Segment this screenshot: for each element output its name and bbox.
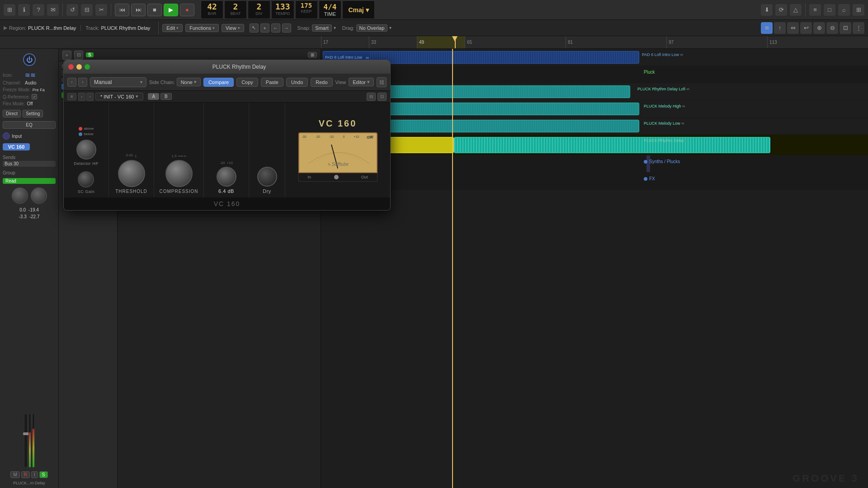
waveform-tool[interactable]: ≋ (761, 22, 773, 34)
mute-btn[interactable]: M (10, 471, 19, 478)
vc160-badge[interactable]: VC 160 (3, 143, 30, 150)
preset-settings-btn[interactable]: ⊡ (377, 93, 387, 101)
knob-2[interactable] (31, 188, 47, 204)
nav-next-button[interactable]: › (78, 78, 87, 87)
fastforward-button[interactable]: ⏭ (131, 4, 146, 16)
below-indicator (79, 132, 82, 136)
compression-label: COMPRESSION (159, 189, 198, 194)
undo-button[interactable]: Undo (286, 78, 308, 87)
solo-btn[interactable]: S (39, 471, 48, 478)
bus30-value[interactable]: Bus 30 (3, 161, 56, 167)
bounce-icon[interactable]: ⬇ (761, 4, 773, 16)
browser-icon[interactable]: ⊞ (853, 4, 864, 16)
mixer-icon[interactable]: ≡ (809, 4, 821, 16)
compression-knob[interactable] (165, 160, 193, 187)
paste-button[interactable]: Paste (261, 78, 283, 87)
settings-tool[interactable]: ⋮ (853, 22, 864, 34)
input-monitoring-btn[interactable]: I (31, 471, 38, 478)
out-label: Out (361, 175, 368, 179)
arrange-row: PLUCK Rhythm Delay ∞ PLUCK Rhythm Delay … (321, 135, 868, 155)
editor-icon[interactable]: □ (824, 4, 835, 16)
edit-menu-button[interactable]: Edit ▾ (162, 24, 183, 32)
fit-tool[interactable]: ⊡ (840, 22, 851, 34)
midi-icon[interactable]: ✉ (47, 4, 59, 16)
tuner-icon[interactable]: △ (790, 4, 802, 16)
copy-button[interactable]: Copy (236, 78, 258, 87)
loop-region-tool[interactable]: ↩ (800, 22, 812, 34)
drag-value[interactable]: No Overlap (356, 24, 388, 32)
view-dropdown[interactable]: Editor ▾ (349, 78, 374, 86)
detector-hp-knob[interactable] (76, 140, 96, 160)
record-button[interactable]: ● (180, 4, 194, 16)
ab-b-button[interactable]: B (160, 93, 172, 100)
preset-dropdown[interactable]: Manual ▾ (90, 77, 146, 87)
s-badge[interactable]: S (86, 52, 94, 57)
dry-knob[interactable] (257, 167, 277, 187)
stop-button[interactable]: ■ (147, 4, 162, 16)
functions-menu-button[interactable]: Functions ▾ (185, 24, 219, 32)
right-arrow-tool[interactable]: → (282, 23, 291, 33)
preset-name[interactable]: * INIT - VC 160 ▾ (95, 93, 143, 100)
fader-track[interactable] (24, 413, 28, 468)
read-button[interactable]: Read (3, 178, 56, 184)
window-minimize-button[interactable] (76, 64, 82, 70)
setting-button[interactable]: Setting (23, 110, 43, 117)
link-button[interactable]: ⛓ (377, 77, 387, 87)
add-tool[interactable]: + (260, 23, 269, 33)
knob-1[interactable] (12, 188, 28, 204)
out-badge[interactable]: ⊞ (308, 52, 317, 58)
redo-button[interactable]: Redo (311, 78, 332, 87)
direct-button[interactable]: Direct (3, 110, 21, 117)
threshold-knob[interactable] (118, 160, 145, 187)
loop-icon[interactable]: ↺ (66, 4, 78, 16)
transport-controls: ⏮ ⏭ ■ ▶ ● (115, 4, 194, 16)
active-clip-waveform[interactable] (454, 137, 770, 153)
overview-icon[interactable]: ⊞ (4, 4, 15, 16)
sc-gain-knob[interactable] (78, 171, 94, 188)
sc-gain-label: SC Gain (78, 189, 95, 194)
align-icon[interactable]: ⊟ (81, 4, 93, 16)
preset-next-btn[interactable]: › (86, 93, 94, 101)
zoom-in-tool[interactable]: ⊕ (813, 22, 825, 34)
eq-button[interactable]: EQ (3, 121, 56, 129)
ruler-marks-container: 17 33 49 65 81 97 113 (321, 36, 868, 48)
search-icon[interactable]: ⌕ (838, 4, 850, 16)
key-display[interactable]: Cmaj ▾ (342, 0, 374, 19)
add-track-button[interactable]: + (62, 51, 71, 60)
arrange-row: PLUCK Melody High ∞ PLUCK Melody High ∞ (321, 100, 868, 117)
left-arrow-tool[interactable]: ← (271, 23, 280, 33)
plugin-body: above below Detector HP SC Gain 0.03 1 T… (64, 103, 390, 197)
up-arrow-tool[interactable]: ↑ (774, 22, 786, 34)
power-button[interactable]: ⏻ (23, 53, 36, 66)
cut-icon[interactable]: ✂ (95, 4, 107, 16)
window-close-button[interactable] (68, 64, 74, 70)
zoom-out-tool[interactable]: ⊖ (826, 22, 838, 34)
ab-a-button[interactable]: A (148, 93, 159, 100)
preset-list-btn[interactable]: ≡ (67, 93, 76, 100)
rewind-button[interactable]: ⏮ (115, 4, 129, 16)
qref-checkbox[interactable]: ✓ (32, 94, 37, 99)
track-view-button[interactable]: ⊟ (74, 51, 83, 60)
nav-prev-button[interactable]: ‹ (67, 78, 76, 87)
expand-tool[interactable]: ⇔ (787, 22, 799, 34)
gain-db-knob[interactable] (217, 167, 236, 187)
threshold-section: 0.03 1 THRESHOLD (109, 103, 154, 197)
gr-label: GR (367, 135, 373, 140)
vu-mode-toggle[interactable] (334, 175, 339, 179)
info-icon[interactable]: ℹ (18, 4, 30, 16)
pointer-tool[interactable]: ↖ (250, 23, 259, 33)
window-maximize-button[interactable] (85, 64, 90, 70)
record-arm-btn[interactable]: R (21, 471, 30, 478)
vu-inout-controls: In Out (298, 173, 377, 182)
inspector-freeze-row: Freeze Mode: Pre Fa (3, 87, 56, 92)
preset-prev-btn[interactable]: ‹ (78, 93, 85, 101)
sidechain-dropdown[interactable]: None ▾ (177, 78, 201, 86)
compare-button[interactable]: Compare (203, 78, 234, 87)
vu-meter-section: VC 160 -30 -20 -10 0 +10 +20 (285, 103, 390, 197)
view-menu-button[interactable]: View ▾ (222, 24, 244, 32)
preset-view-toggle[interactable]: ⊟ (367, 93, 376, 101)
help-icon[interactable]: ? (33, 4, 44, 16)
cycle-icon[interactable]: ⟳ (775, 4, 787, 16)
play-button[interactable]: ▶ (164, 4, 178, 16)
snap-value[interactable]: Smart (312, 24, 331, 32)
